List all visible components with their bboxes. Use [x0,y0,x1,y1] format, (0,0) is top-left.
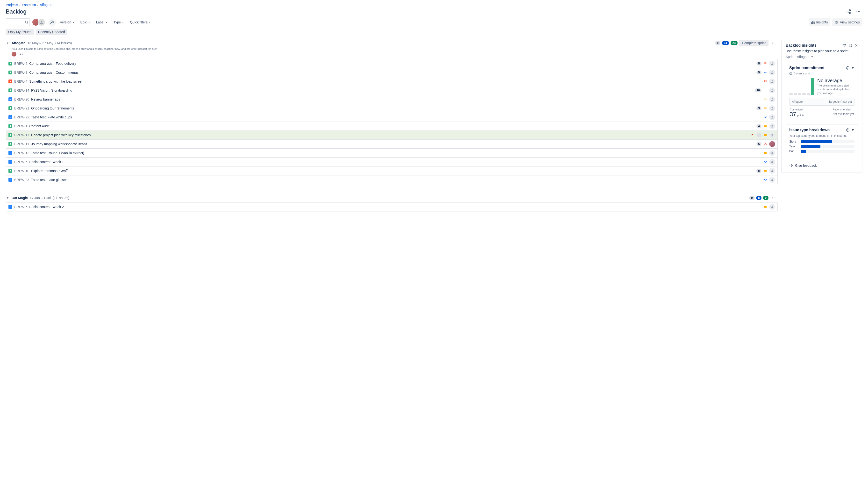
svg-point-60 [850,45,851,46]
issue-summary: Social content: Week 1 [29,160,762,164]
chevron-down-icon[interactable]: ▼ [851,128,855,132]
gear-icon[interactable] [848,43,852,48]
chip-only-my-issues[interactable]: Only My Issues [6,29,34,35]
avatar-stack [32,18,45,26]
filter-type[interactable]: Type▼ [112,18,126,26]
help-icon[interactable] [846,128,850,132]
svg-point-7 [859,11,860,12]
issue-row[interactable]: BREW-10 Explore personas: Geoff 5 [6,167,777,175]
sprint-more-icon[interactable] [770,194,778,202]
issue-row[interactable]: BREW-14 FY23 Vision: Storyboarding 10 [6,86,777,95]
close-icon[interactable] [854,43,858,48]
issue-row[interactable]: BREW-11 Journey mapping workshop w/ Bean… [6,140,777,149]
filter-label[interactable]: Label▼ [94,18,110,26]
svg-rect-43 [764,135,767,135]
chevron-down-icon: ▼ [811,56,813,58]
sprint-selector[interactable]: Sprint: Affogato ▼ [786,55,858,59]
svg-rect-65 [790,73,792,75]
issue-row[interactable]: BREW-1 Content audit 4 [6,122,777,131]
issue-row[interactable]: BREW-20 Review banner ads [6,95,777,104]
avatar-user-2[interactable] [38,18,45,26]
complete-sprint-button[interactable]: Complete sprint [739,40,769,47]
chevron-down-icon[interactable]: ▼ [851,66,855,70]
view-settings-button[interactable]: View settings [832,18,862,26]
insights-button[interactable]: Insights [809,18,830,26]
svg-point-23 [772,43,773,43]
svg-line-3 [848,10,849,11]
assignee-avatar[interactable] [769,69,775,76]
issue-key: BREW-2 [14,62,27,65]
issue-row[interactable]: BREW-3 Comp. analysis—Custom menus 5 [6,68,777,77]
megaphone-icon [789,163,793,168]
target-row: Affogato Target isn't set yet [789,98,855,106]
assignee-avatar[interactable] [769,177,775,183]
issue-type-bug-icon [8,80,12,83]
svg-rect-37 [764,109,767,109]
sprint-name: Oat Magic [11,196,28,200]
assignee-avatar[interactable] [769,88,775,93]
assignee-avatar[interactable] [769,114,775,120]
svg-point-24 [774,43,774,43]
more-actions-icon[interactable] [855,8,862,16]
issue-row[interactable]: BREW-5 Social content: Week 1 [6,157,777,167]
issue-type-story-icon [8,106,12,110]
svg-point-56 [775,198,775,199]
sprint-more-icon[interactable] [770,39,778,47]
chip-recently-updated[interactable]: Recently Updated [36,29,67,35]
assignee-avatar[interactable] [769,159,775,165]
issue-row[interactable]: BREW-22 Taste test: Flate white cups [6,113,777,122]
share-icon[interactable] [845,8,852,16]
issue-key: BREW-11 [14,142,29,146]
priority-medium-icon [764,133,767,137]
issue-row[interactable]: BREW-17 Update project plan with key mil… [6,131,777,140]
collapse-toggle[interactable]: ▾ [6,196,10,200]
filter-epic[interactable]: Epic▼ [79,18,92,26]
assignee-avatar[interactable] [769,168,775,174]
breadcrumb-espresso[interactable]: Espresso [22,3,36,7]
svg-point-20 [836,21,836,22]
add-people-button[interactable] [48,18,56,26]
sprint-meta-more-icon[interactable]: ••• [18,52,23,56]
issue-row[interactable]: BREW-12 Taste test: Round 1 (vanilla ext… [6,149,777,157]
assignee-avatar[interactable] [769,123,775,129]
give-feedback-button[interactable]: Give feedback [786,161,858,170]
assignee-avatar[interactable] [769,204,775,210]
count-todo: 0 [749,196,755,200]
svg-point-25 [775,43,775,43]
issue-row[interactable]: BREW-2 Comp. analysis—Food delivery 5 [6,59,777,68]
issue-row[interactable]: BREW-6 Social content: Week 2 [6,203,777,211]
assignee-avatar[interactable] [769,132,775,138]
issue-list: BREW-6 Social content: Week 2 [6,202,778,211]
help-icon[interactable] [846,66,850,70]
issue-summary: Taste test: Latte glasses [31,178,762,182]
collapse-toggle[interactable]: ▾ [6,41,10,45]
assignee-avatar[interactable] [769,79,775,84]
issue-key: BREW-21 [14,106,29,110]
sprint-dates: 17 Jun – 1 Jul [30,196,51,200]
assignee-avatar[interactable] [769,106,775,111]
assignee-avatar[interactable] [769,96,775,102]
sprint-owner-avatar[interactable] [11,52,17,57]
issue-summary: Update project plan with key milestones [31,133,749,137]
issue-row[interactable]: BREW-21 Onboarding tour refinements 3 [6,104,777,113]
breadcrumb-projects[interactable]: Projects [6,3,18,7]
refresh-icon[interactable] [843,43,846,48]
chevron-down-icon: ▼ [122,21,124,24]
svg-rect-58 [764,207,767,208]
assignee-avatar[interactable] [769,61,775,66]
issue-breakdown-card: Issue type breakdown ▼ Your top issue ty… [786,124,858,158]
svg-rect-50 [764,170,767,171]
assignee-avatar[interactable] [769,150,775,156]
breakdown-row: Story [789,140,855,143]
filter-version[interactable]: Version▼ [58,18,76,26]
issue-key: BREW-6 [14,205,27,209]
priority-medium-icon [764,106,767,110]
priority-low-icon [764,160,767,164]
insights-panel-subtitle: Use these insights to plan your next spr… [786,49,858,53]
issue-row[interactable]: BREW-23 Taste test: Latte glasses [6,175,777,184]
assignee-avatar[interactable] [769,141,775,147]
issue-row[interactable]: BREW-4 Something's up with the load scre… [6,77,777,86]
count-inprogress: 8 [756,196,762,200]
breadcrumb-affogato[interactable]: Affogato [40,3,53,7]
filter-quick[interactable]: Quick filters▼ [128,18,153,26]
